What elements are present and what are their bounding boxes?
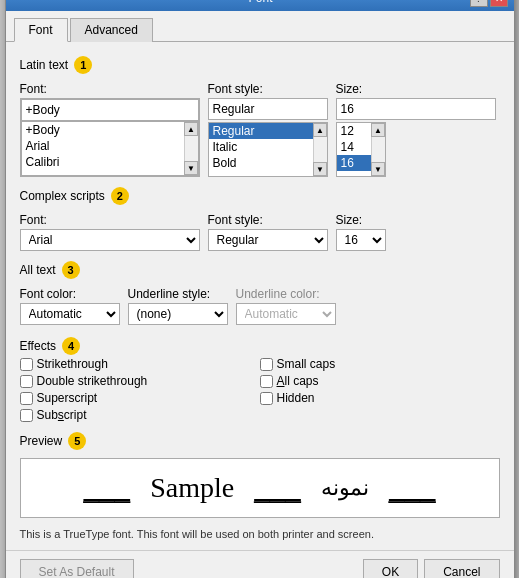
all-text-header: All text 3 xyxy=(20,261,500,279)
hidden-checkbox[interactable] xyxy=(260,392,273,405)
all-caps-row: All caps xyxy=(260,374,500,388)
strikethrough-checkbox[interactable] xyxy=(20,358,33,371)
font-item-2[interactable]: Arial xyxy=(22,138,184,154)
close-button[interactable]: ✕ xyxy=(490,0,508,7)
dialog-content: Latin text 1 Font: +Body Arial Calibri xyxy=(6,42,514,550)
preview-label: Preview xyxy=(20,434,63,448)
style-item-regular[interactable]: Regular xyxy=(209,123,313,139)
set-default-button[interactable]: Set As Default xyxy=(20,559,134,578)
latin-font-label: Font: xyxy=(20,82,200,96)
complex-style-label: Font style: xyxy=(208,213,328,227)
underline-color-select[interactable]: Automatic xyxy=(236,303,336,325)
small-caps-row: Small caps xyxy=(260,357,500,371)
size-item-16[interactable]: 16 xyxy=(337,155,371,171)
effects-col1: Strikethrough Double strikethrough Super… xyxy=(20,357,260,422)
latin-text-badge: 1 xyxy=(74,56,92,74)
help-button[interactable]: ? xyxy=(470,0,488,7)
strikethrough-label: Strikethrough xyxy=(37,357,108,371)
preview-info: This is a TrueType font. This font will … xyxy=(20,528,500,540)
preview-underline-left: ___ xyxy=(83,472,130,504)
all-caps-checkbox[interactable] xyxy=(260,375,273,388)
effects-label: Effects xyxy=(20,339,56,353)
hidden-row: Hidden xyxy=(260,391,500,405)
subscript-row: Subscript xyxy=(20,408,260,422)
style-scroll-up[interactable]: ▲ xyxy=(313,123,327,137)
footer-right: OK Cancel xyxy=(363,559,500,578)
underline-style-field: Underline style: (none) xyxy=(128,287,228,325)
scroll-up-btn[interactable]: ▲ xyxy=(184,122,198,136)
font-color-select[interactable]: Automatic xyxy=(20,303,120,325)
font-color-field: Font color: Automatic xyxy=(20,287,120,325)
latin-font-input[interactable] xyxy=(21,99,199,121)
size-scroll-up[interactable]: ▲ xyxy=(371,123,385,137)
complex-size-label: Size: xyxy=(336,213,386,227)
preview-box: ___ Sample ___ نمونه ___ xyxy=(20,458,500,518)
preview-header: Preview 5 xyxy=(20,432,500,450)
underline-color-label: Underline color: xyxy=(236,287,336,301)
subscript-checkbox[interactable] xyxy=(20,409,33,422)
effects-grid: Strikethrough Double strikethrough Super… xyxy=(20,357,500,422)
title-bar: Font ? ✕ xyxy=(6,0,514,11)
style-scroll-down[interactable]: ▼ xyxy=(313,162,327,176)
size-item-12[interactable]: 12 xyxy=(337,123,371,139)
tab-font[interactable]: Font xyxy=(14,18,68,42)
tab-advanced[interactable]: Advanced xyxy=(70,18,153,42)
latin-font-items: +Body Arial Calibri xyxy=(22,122,184,175)
dialog-footer: Set As Default OK Cancel xyxy=(6,550,514,578)
dialog-title: Font xyxy=(52,0,470,5)
style-item-bold[interactable]: Bold xyxy=(209,155,313,171)
effects-badge: 4 xyxy=(62,337,80,355)
complex-style-field: Font style: Regular xyxy=(208,213,328,251)
latin-size-items: 12 14 16 xyxy=(337,123,371,176)
latin-style-items: Regular Italic Bold xyxy=(209,123,313,176)
latin-style-listbox: Regular Italic Bold ▲ ▼ xyxy=(208,122,328,177)
complex-style-select[interactable]: Regular xyxy=(208,229,328,251)
superscript-row: Superscript xyxy=(20,391,260,405)
subscript-label: Subscript xyxy=(37,408,87,422)
complex-scripts-badge: 2 xyxy=(111,187,129,205)
size-scroll-down[interactable]: ▼ xyxy=(371,162,385,176)
latin-style-field: Font style: Regular Italic Bold ▲ ▼ xyxy=(208,82,328,177)
latin-size-input[interactable] xyxy=(336,98,496,120)
scroll-down-btn[interactable]: ▼ xyxy=(184,161,198,175)
ok-button[interactable]: OK xyxy=(363,559,418,578)
underline-style-select[interactable]: (none) xyxy=(128,303,228,325)
style-item-italic[interactable]: Italic xyxy=(209,139,313,155)
cancel-button[interactable]: Cancel xyxy=(424,559,499,578)
latin-style-input[interactable] xyxy=(208,98,328,120)
latin-font-listbox: +Body Arial Calibri ▲ ▼ xyxy=(21,121,199,176)
underline-color-field: Underline color: Automatic xyxy=(236,287,336,325)
small-caps-checkbox[interactable] xyxy=(260,358,273,371)
all-caps-label: All caps xyxy=(277,374,319,388)
preview-underline-right: ___ xyxy=(389,472,436,504)
latin-text-row: Font: +Body Arial Calibri ▲ ▼ xyxy=(20,82,500,177)
all-text-row: Font color: Automatic Underline style: (… xyxy=(20,287,500,325)
font-item-1[interactable]: +Body xyxy=(22,122,184,138)
size-item-14[interactable]: 14 xyxy=(337,139,371,155)
font-dialog: Font ? ✕ Font Advanced Latin text 1 Font… xyxy=(5,0,515,578)
preview-underline-mid: ___ xyxy=(254,472,301,504)
hidden-label: Hidden xyxy=(277,391,315,405)
tab-bar: Font Advanced xyxy=(6,11,514,42)
font-item-3[interactable]: Calibri xyxy=(22,154,184,170)
complex-size-select[interactable]: 16 xyxy=(336,229,386,251)
underline-style-label: Underline style: xyxy=(128,287,228,301)
superscript-label: Superscript xyxy=(37,391,98,405)
complex-size-field: Size: 16 xyxy=(336,213,386,251)
latin-size-listbox: 12 14 16 ▲ ▼ xyxy=(336,122,386,177)
complex-scripts-header: Complex scripts 2 xyxy=(20,187,500,205)
latin-font-scrollbar: ▲ ▼ xyxy=(184,122,198,175)
double-strikethrough-checkbox[interactable] xyxy=(20,375,33,388)
size-scrollbar: ▲ ▼ xyxy=(371,123,385,176)
effects-section: Effects 4 Strikethrough Double strikethr… xyxy=(20,333,500,422)
all-text-label: All text xyxy=(20,263,56,277)
latin-text-label: Latin text xyxy=(20,58,69,72)
complex-font-select[interactable]: Arial xyxy=(20,229,200,251)
double-strikethrough-label: Double strikethrough xyxy=(37,374,148,388)
superscript-checkbox[interactable] xyxy=(20,392,33,405)
effects-header: Effects 4 xyxy=(20,337,500,355)
title-controls: ? ✕ xyxy=(470,0,508,7)
latin-text-header: Latin text 1 xyxy=(20,56,500,74)
preview-text-content: ___ Sample ___ نمونه ___ xyxy=(83,472,435,504)
effects-col2: Small caps All caps Hidden xyxy=(260,357,500,422)
